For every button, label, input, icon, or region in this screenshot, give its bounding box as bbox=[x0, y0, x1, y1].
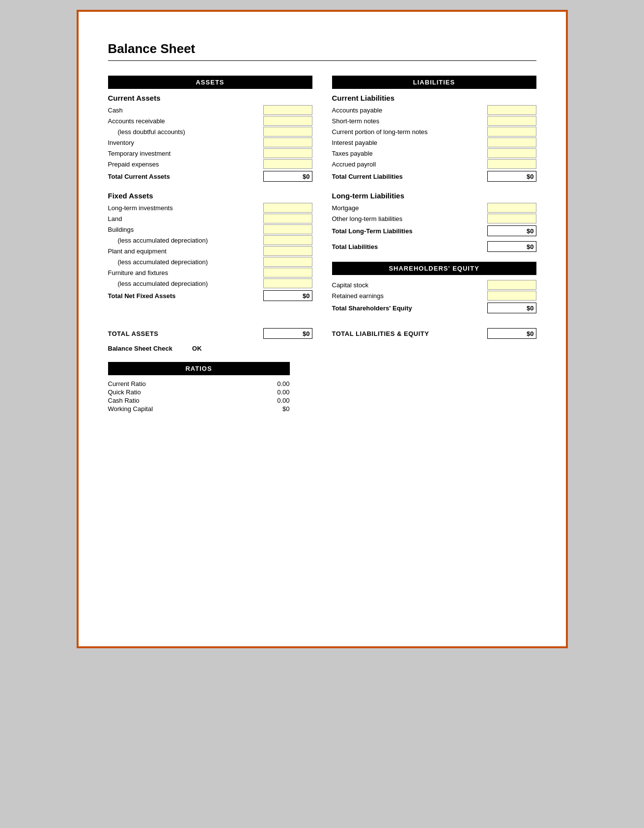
list-item: Temporary investment bbox=[108, 148, 312, 158]
list-item: Inventory bbox=[108, 138, 312, 147]
item-label: Land bbox=[108, 215, 263, 222]
liabilities-column: LIABILITIES Current Liabilities Accounts… bbox=[332, 76, 536, 318]
item-label: Retained earnings bbox=[332, 292, 487, 300]
total-fixed-assets-value: $0 bbox=[263, 290, 312, 301]
list-item: Plant and equipment bbox=[108, 246, 312, 256]
inventory-input[interactable] bbox=[263, 138, 312, 147]
total-current-assets-value: $0 bbox=[263, 171, 312, 182]
accounts-receivable-input[interactable] bbox=[263, 116, 312, 126]
list-item: Prepaid expenses bbox=[108, 159, 312, 169]
item-label: Current portion of long-term notes bbox=[332, 128, 487, 136]
item-label: Interest payable bbox=[332, 139, 487, 146]
plant-equipment-input[interactable] bbox=[263, 246, 312, 256]
mortgage-input[interactable] bbox=[487, 203, 536, 213]
equity-section: SHAREHOLDERS' EQUITY Capital stock Retai… bbox=[332, 262, 536, 313]
ratio-row: Cash Ratio 0.00 bbox=[108, 397, 290, 404]
ratio-label: Quick Ratio bbox=[108, 388, 251, 396]
item-label: Capital stock bbox=[332, 281, 487, 289]
total-equity-value: $0 bbox=[487, 303, 536, 313]
total-assets-row: TOTAL ASSETS $0 bbox=[108, 328, 312, 339]
interest-payable-input[interactable] bbox=[487, 138, 536, 147]
total-assets-value: $0 bbox=[263, 328, 312, 339]
total-longterm-liabilities-value: $0 bbox=[487, 225, 536, 236]
item-label: (less accumulated depreciation) bbox=[108, 258, 263, 266]
list-item: Mortgage bbox=[332, 203, 536, 213]
list-item: Interest payable bbox=[332, 138, 536, 147]
capital-stock-input[interactable] bbox=[487, 280, 536, 290]
cash-input[interactable] bbox=[263, 105, 312, 115]
list-item: Cash bbox=[108, 105, 312, 115]
less-doubtful-input[interactable] bbox=[263, 127, 312, 137]
accounts-payable-input[interactable] bbox=[487, 105, 536, 115]
total-current-liabilities-row: Total Current Liabilities $0 bbox=[332, 171, 536, 182]
list-item: Capital stock bbox=[332, 280, 536, 290]
page-container: Balance Sheet ASSETS Current Assets Cash… bbox=[77, 10, 568, 648]
longterm-liabilities-section: Long-term Liabilities Mortgage Other lon… bbox=[332, 192, 536, 252]
item-label: Taxes payable bbox=[332, 150, 487, 157]
ratio-label: Current Ratio bbox=[108, 380, 251, 387]
list-item: Retained earnings bbox=[332, 291, 536, 301]
total-liabilities-equity-row: TOTAL LIABILITIES & EQUITY $0 bbox=[332, 328, 536, 339]
buildings-depreciation-input[interactable] bbox=[263, 235, 312, 245]
total-current-assets-row: Total Current Assets $0 bbox=[108, 171, 312, 182]
assets-header: ASSETS bbox=[108, 76, 312, 89]
prepaid-expenses-input[interactable] bbox=[263, 159, 312, 169]
ratio-value: 0.00 bbox=[251, 380, 290, 387]
ratio-row: Current Ratio 0.00 bbox=[108, 380, 290, 387]
item-label: (less accumulated depreciation) bbox=[108, 237, 263, 244]
item-label: Furniture and fixtures bbox=[108, 269, 263, 276]
land-input[interactable] bbox=[263, 214, 312, 223]
main-columns: ASSETS Current Assets Cash Accounts rece… bbox=[108, 76, 536, 318]
list-item: (less doubtful accounts) bbox=[108, 127, 312, 137]
furniture-fixtures-input[interactable] bbox=[263, 268, 312, 277]
ratio-row: Working Capital $0 bbox=[108, 405, 290, 413]
buildings-input[interactable] bbox=[263, 224, 312, 234]
taxes-payable-input[interactable] bbox=[487, 148, 536, 158]
liabilities-header: LIABILITIES bbox=[332, 76, 536, 89]
list-item: Other long-term liabilities bbox=[332, 214, 536, 223]
furniture-depreciation-input[interactable] bbox=[263, 278, 312, 288]
item-label: Buildings bbox=[108, 226, 263, 233]
longterm-investments-input[interactable] bbox=[263, 203, 312, 213]
bottom-totals: TOTAL ASSETS $0 TOTAL LIABILITIES & EQUI… bbox=[108, 323, 536, 339]
balance-check-row: Balance Sheet Check OK bbox=[108, 345, 536, 352]
item-label: Cash bbox=[108, 107, 263, 114]
item-label: Mortgage bbox=[332, 204, 487, 212]
list-item: (less accumulated depreciation) bbox=[108, 278, 312, 288]
ratio-label: Cash Ratio bbox=[108, 397, 251, 404]
longterm-liabilities-title: Long-term Liabilities bbox=[332, 192, 536, 200]
total-liabilities-equity-value: $0 bbox=[487, 328, 536, 339]
total-liabilities-equity-label: TOTAL LIABILITIES & EQUITY bbox=[332, 330, 429, 337]
current-assets-title: Current Assets bbox=[108, 94, 312, 102]
list-item: Buildings bbox=[108, 224, 312, 234]
total-equity-label: Total Shareholders' Equity bbox=[332, 304, 487, 312]
item-label: Temporary investment bbox=[108, 150, 263, 157]
total-liabilities-row: Total Liabilities $0 bbox=[332, 241, 536, 252]
accrued-payroll-input[interactable] bbox=[487, 159, 536, 169]
total-current-liabilities-label: Total Current Liabilities bbox=[332, 173, 487, 180]
assets-column: ASSETS Current Assets Cash Accounts rece… bbox=[108, 76, 312, 318]
list-item: (less accumulated depreciation) bbox=[108, 235, 312, 245]
list-item: Short-term notes bbox=[332, 116, 536, 126]
total-longterm-liabilities-row: Total Long-Term Liabilities $0 bbox=[332, 225, 536, 236]
ratio-value: $0 bbox=[251, 405, 290, 413]
ratios-section: RATIOS Current Ratio 0.00 Quick Ratio 0.… bbox=[108, 362, 290, 413]
short-term-notes-input[interactable] bbox=[487, 116, 536, 126]
item-label: Accounts receivable bbox=[108, 117, 263, 125]
item-label: Other long-term liabilities bbox=[332, 215, 487, 222]
retained-earnings-input[interactable] bbox=[487, 291, 536, 301]
item-label: Long-term investments bbox=[108, 204, 263, 212]
total-fixed-assets-label: Total Net Fixed Assets bbox=[108, 292, 263, 300]
temporary-investment-input[interactable] bbox=[263, 148, 312, 158]
list-item: Current portion of long-term notes bbox=[332, 127, 536, 137]
list-item: Accrued payroll bbox=[332, 159, 536, 169]
plant-depreciation-input[interactable] bbox=[263, 257, 312, 267]
ratio-row: Quick Ratio 0.00 bbox=[108, 388, 290, 396]
current-longterm-notes-input[interactable] bbox=[487, 127, 536, 137]
ratio-label: Working Capital bbox=[108, 405, 251, 413]
list-item: Accounts payable bbox=[332, 105, 536, 115]
other-longterm-liabilities-input[interactable] bbox=[487, 214, 536, 223]
total-liabilities-value: $0 bbox=[487, 241, 536, 252]
title-divider bbox=[108, 60, 536, 61]
ratios-header: RATIOS bbox=[108, 362, 290, 375]
